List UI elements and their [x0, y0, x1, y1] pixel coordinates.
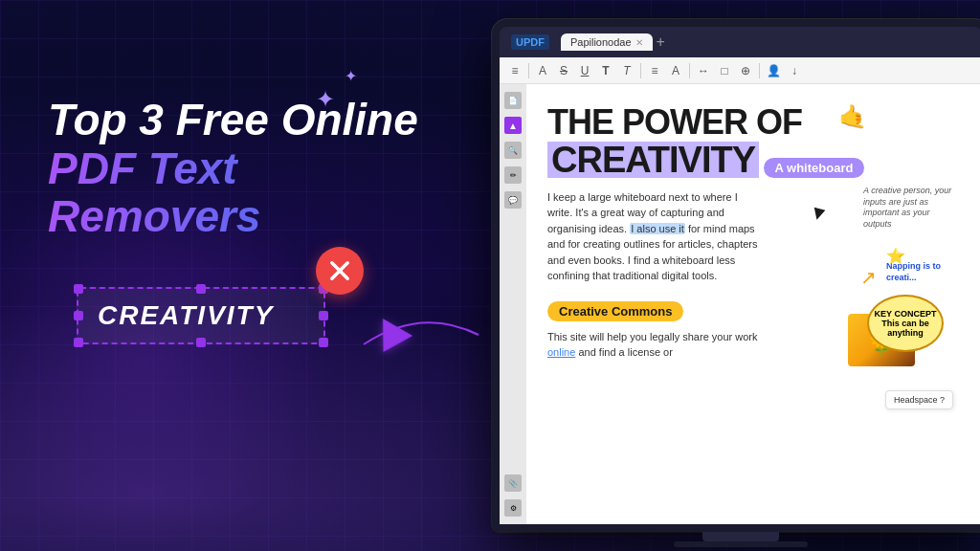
updf-logo: UPDF [511, 34, 549, 50]
napping-note: Napping is to creati... [886, 261, 963, 283]
toolbar-user-icon[interactable]: 👤 [766, 63, 781, 78]
tab-area: Papilionodae ✕ + [561, 33, 970, 51]
sidebar-comment-icon[interactable]: 💬 [504, 191, 522, 209]
toolbar-italic-icon[interactable]: T [619, 63, 635, 78]
handle-top-middle[interactable] [196, 284, 206, 294]
toolbar-bold-icon[interactable]: T [598, 63, 613, 78]
handwritten-note-1: A creative person, your inputs are just … [858, 180, 963, 236]
x-icon [326, 257, 353, 284]
pdf-toolbar: ≡ A S U T T ≡ A ↔ □ ⊕ 👤 ↓ [500, 57, 980, 84]
toolbar-font-icon[interactable]: A [668, 63, 683, 78]
pdf-sidebar: 📄 ▲ 🔍 ✏ 💬 📎 ⚙ [500, 84, 526, 524]
tab-add-button[interactable]: + [657, 33, 665, 51]
toolbar-separator-2 [640, 63, 641, 78]
toolbar-zoom-icon[interactable]: ⊕ [738, 63, 753, 78]
sparkle-icon-large: ✦ [316, 86, 335, 113]
toolbar-fit-icon[interactable]: ↔ [696, 63, 711, 78]
section2-text: This site will help you legally share yo… [547, 329, 758, 361]
toolbar-underline-icon[interactable]: U [577, 63, 592, 78]
title-line2: PDF Text Removers [48, 144, 450, 241]
pdf-title-creativity: CREATIVITY [547, 142, 759, 178]
monitor-top-bar: UPDF Papilionodae ✕ + [500, 27, 980, 57]
pdf-main-content: THE POWER OF CREATIVITY A whiteboard I k… [547, 103, 963, 361]
hand-emoji-icon: 🤙 [838, 103, 867, 130]
title-line1: Top 3 Free Online [48, 96, 450, 144]
sidebar-bookmark-icon[interactable]: ▲ [504, 117, 522, 134]
monitor-stand [702, 532, 779, 541]
pdf-right-annotations: A creative person, your inputs are just … [829, 103, 963, 361]
pdf-content: 📄 ▲ 🔍 ✏ 💬 📎 ⚙ THE POWER OF CREATIVITY A … [500, 84, 980, 524]
handle-bottom-left[interactable] [74, 338, 83, 347]
toolbar-view-icon[interactable]: □ [717, 63, 732, 78]
handle-middle-right[interactable] [319, 311, 328, 320]
delete-button[interactable] [316, 247, 364, 295]
toolbar-align-icon[interactable]: ≡ [647, 63, 662, 78]
key-concept-text: KEY CONCEPT This can be anything [869, 309, 942, 338]
sidebar-attachment-icon[interactable]: 📎 [504, 474, 522, 492]
left-content: Top 3 Free Online PDF Text Removers [48, 96, 450, 241]
pdf-cursor-icon [812, 208, 826, 222]
handle-bottom-right[interactable] [319, 338, 328, 347]
star-decoration-icon: ⭐ [886, 247, 905, 265]
monitor-frame: UPDF Papilionodae ✕ + ≡ A S U T T ≡ A ↔ … [492, 19, 980, 532]
toolbar-separator-4 [759, 63, 760, 78]
headspace-note: Headspace ? [885, 390, 953, 409]
handle-bottom-middle[interactable] [196, 338, 206, 347]
toolbar-strikethrough-icon[interactable]: S [556, 63, 571, 78]
toolbar-text-icon[interactable]: A [535, 63, 550, 78]
floating-text-box[interactable]: CREATIVITY [77, 287, 325, 344]
toolbar-separator-3 [689, 63, 690, 78]
sidebar-search-icon[interactable]: 🔍 [504, 142, 522, 159]
tab-close-icon[interactable]: ✕ [635, 37, 643, 48]
toolbar-separator-1 [528, 63, 529, 78]
tab-label: Papilionodae [570, 36, 632, 48]
key-concept-bubble: KEY CONCEPT This can be anything [867, 295, 944, 352]
section1-text: I keep a large whiteboard next to where … [547, 189, 758, 284]
arrow-doodle-icon: ↗ [860, 266, 877, 289]
toolbar-menu-icon[interactable]: ≡ [507, 63, 523, 78]
highlighted-text: I also use it [630, 223, 685, 234]
handle-middle-left[interactable] [74, 311, 83, 320]
underline-online: online [547, 346, 575, 358]
active-tab[interactable]: Papilionodae ✕ [561, 33, 653, 51]
sparkle-icon-small: ✦ [345, 67, 357, 85]
sidebar-annotation-icon[interactable]: ✏ [504, 166, 522, 184]
toolbar-download-icon[interactable]: ↓ [787, 63, 802, 78]
handle-top-left[interactable] [74, 284, 83, 294]
sidebar-settings-icon[interactable]: ⚙ [504, 499, 522, 517]
monitor-container: UPDF Papilionodae ✕ + ≡ A S U T T ≡ A ↔ … [492, 19, 980, 547]
section-badge-creative-commons: Creative Commons [547, 301, 683, 321]
monitor-base [674, 541, 808, 547]
floating-box-text: CREATIVITY [98, 300, 274, 330]
sidebar-page-icon[interactable]: 📄 [504, 92, 522, 109]
